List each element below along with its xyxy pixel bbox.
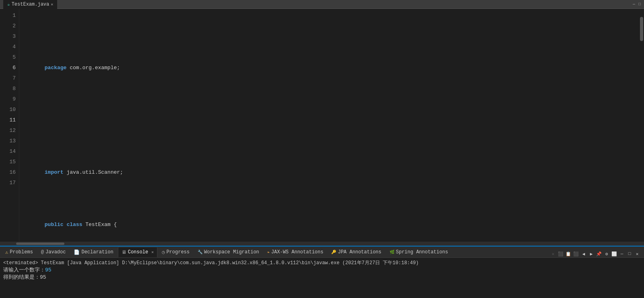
maximize-view-icon[interactable]: □	[626, 250, 633, 257]
tab-console-label: Console	[128, 249, 148, 255]
code-line-1: package com.org.example;	[26, 52, 639, 63]
paste-icon[interactable]: ⬛	[572, 250, 580, 257]
maximize-button[interactable]: □	[638, 2, 641, 6]
console-output-line1: 请输入一个数字：95	[3, 266, 641, 273]
javadoc-icon: @	[41, 249, 44, 255]
line-numbers: 1 2 3 4 5 6 7 8 9 10 11 12 13 14 15 16 1…	[0, 9, 19, 242]
console-tab-close[interactable]: ✕	[151, 250, 154, 255]
tab-spring[interactable]: 🌿 Spring Annotations	[386, 247, 452, 257]
scrollbar-thumb[interactable]	[640, 17, 643, 41]
line-num-15: 15	[0, 157, 16, 167]
stop-icon[interactable]: ⬛	[557, 250, 564, 257]
line-num-9: 9	[0, 94, 16, 105]
keyword-package: package	[45, 65, 67, 71]
code-line-3: import java.util.Scanner;	[26, 157, 639, 167]
expand-icon[interactable]: ⬜	[611, 250, 618, 257]
declaration-icon: 📄	[74, 249, 80, 255]
code-line-2	[26, 105, 639, 115]
tab-jaxws-label: JAX-WS Annotations	[271, 249, 324, 255]
console-value1: 95	[45, 267, 52, 273]
clear-console-icon[interactable]: ✕	[549, 250, 557, 257]
copy-icon[interactable]: 📋	[565, 250, 572, 257]
line-num-8: 8	[0, 84, 16, 94]
console-output-text2: 得到的结果是：95	[3, 274, 46, 280]
tab-javadoc-label: Javadoc	[45, 249, 66, 255]
workspace-icon: 🔧	[198, 250, 202, 255]
tab-workspace[interactable]: 🔧 Workspace Migration	[194, 247, 263, 257]
line-num-13: 13	[0, 136, 16, 146]
tab-spring-label: Spring Annotations	[396, 249, 448, 255]
code-editor[interactable]: package com.org.example; import java.uti…	[19, 9, 639, 242]
tab-progress[interactable]: ◷ Progress	[158, 247, 193, 257]
settings-icon[interactable]: ⚙	[603, 250, 610, 257]
console-output-line2: 得到的结果是：95	[3, 273, 641, 281]
tab-title: TestExam.java	[12, 2, 50, 7]
line-num-12: 12	[0, 125, 16, 136]
close-view-icon[interactable]: ✕	[634, 250, 641, 257]
line-num-6: 6	[0, 63, 16, 73]
tab-workspace-label: Workspace Migration	[204, 249, 259, 255]
tab-problems[interactable]: ⚠ Problems	[2, 247, 37, 257]
console-output-area[interactable]: <terminated> TestExam [Java Application]…	[0, 258, 644, 298]
tab-console[interactable]: 🖥 Console ✕	[118, 247, 157, 257]
tab-problems-label: Problems	[10, 249, 33, 255]
keyword-import: import	[45, 169, 64, 175]
bottom-tabs-bar: ⚠ Problems @ Javadoc 📄 Declaration 🖥 Con…	[0, 247, 644, 258]
tab-progress-label: Progress	[166, 249, 190, 255]
line-num-17: 17	[0, 178, 16, 188]
line-num-14: 14	[0, 146, 16, 157]
problems-icon: ⚠	[5, 249, 8, 255]
jpa-icon: 🔑	[331, 250, 336, 255]
tab-javadoc[interactable]: @ Javadoc	[37, 247, 70, 257]
console-terminated-line: <terminated> TestExam [Java Application]…	[3, 259, 641, 266]
bottom-panel: ⚠ Problems @ Javadoc 📄 Declaration 🖥 Con…	[0, 246, 644, 298]
line-num-5: 5	[0, 52, 16, 63]
h-scrollbar-thumb[interactable]	[16, 243, 64, 245]
editor-tab[interactable]: ☕ TestExam.java ✕	[3, 0, 57, 9]
tab-declaration[interactable]: 📄 Declaration	[70, 247, 117, 257]
tab-jaxws[interactable]: ❧ JAX-WS Annotations	[264, 247, 327, 257]
tab-jpa-label: JPA Annotations	[338, 249, 381, 255]
tab-close-icon[interactable]: ✕	[51, 2, 53, 7]
window-controls: — □	[633, 2, 641, 6]
vertical-scrollbar[interactable]	[639, 9, 644, 242]
line-num-11: 11	[0, 115, 16, 125]
console-output-text1: 请输入一个数字：	[3, 267, 45, 273]
tab-declaration-label: Declaration	[81, 249, 113, 255]
line-num-4: 4	[0, 42, 16, 52]
console-toolbar: ✕ ⬛ 📋 ⬛ ◀ ▶ 📌 ⚙ ⬜ — □ ✕	[548, 250, 642, 257]
code-line-4: public class TestExam {	[26, 209, 639, 220]
keyword-class: class	[66, 222, 82, 228]
line-num-3: 3	[0, 31, 16, 42]
tab-jpa[interactable]: 🔑 JPA Annotations	[328, 247, 385, 257]
jaxws-icon: ❧	[267, 250, 270, 255]
editor-area: 1 2 3 4 5 6 7 8 9 10 11 12 13 14 15 16 1…	[0, 9, 644, 242]
line-num-16: 16	[0, 167, 16, 178]
spring-icon: 🌿	[390, 250, 394, 255]
minimize-button[interactable]: —	[633, 2, 635, 6]
line-num-2: 2	[0, 21, 16, 31]
line-num-7: 7	[0, 73, 16, 84]
title-bar: ☕ TestExam.java ✕ — □	[0, 0, 644, 9]
java-file-icon: ☕	[7, 2, 10, 7]
next-icon[interactable]: ▶	[588, 250, 595, 257]
prev-icon[interactable]: ◀	[580, 250, 587, 257]
horizontal-scrollbar[interactable]	[0, 242, 644, 246]
pin-icon[interactable]: 📌	[595, 250, 603, 257]
line-num-1: 1	[0, 10, 16, 21]
line-num-10: 10	[0, 105, 16, 115]
console-icon: 🖥	[122, 249, 126, 255]
keyword-public: public	[45, 222, 64, 228]
minimize-view-icon[interactable]: —	[618, 250, 625, 257]
progress-icon: ◷	[162, 249, 165, 255]
